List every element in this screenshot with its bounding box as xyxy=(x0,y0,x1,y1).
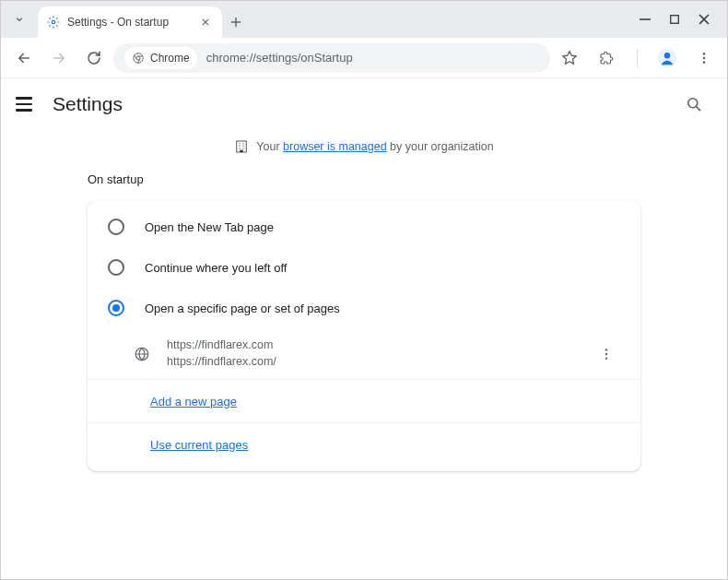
startup-card: Open the New Tab page Continue where you… xyxy=(88,201,640,471)
svg-point-6 xyxy=(703,53,706,55)
url-text: chrome://settings/onStartup xyxy=(206,51,353,65)
use-current-pages-link[interactable]: Use current pages xyxy=(150,438,248,452)
browser-tab[interactable]: Settings - On startup xyxy=(38,6,222,38)
startup-page-entry: https://findflarex.com https://findflare… xyxy=(88,328,640,379)
close-icon xyxy=(698,13,710,26)
radio-continue[interactable]: Continue where you left off xyxy=(88,247,640,288)
managed-prefix: Your xyxy=(256,140,283,153)
globe-icon xyxy=(134,346,150,362)
managed-link[interactable]: browser is managed xyxy=(283,140,387,153)
svg-point-13 xyxy=(605,352,607,354)
maximize-button[interactable] xyxy=(668,13,681,26)
plus-icon xyxy=(229,16,242,29)
page-more-button[interactable] xyxy=(593,340,620,368)
gear-icon xyxy=(47,16,60,29)
forward-button[interactable] xyxy=(43,42,75,74)
add-new-page-link[interactable]: Add a new page xyxy=(150,395,237,408)
tab-title: Settings - On startup xyxy=(67,16,191,29)
bookmark-button[interactable] xyxy=(554,42,585,74)
puzzle-icon xyxy=(598,50,615,66)
radio-icon xyxy=(108,219,124,235)
minimize-button[interactable] xyxy=(639,13,652,26)
close-icon xyxy=(201,18,210,27)
chevron-down-icon xyxy=(14,14,25,25)
radio-label: Open a specific page or set of pages xyxy=(145,302,340,315)
minimize-icon xyxy=(639,13,652,26)
section-title: On startup xyxy=(88,172,727,186)
maximize-icon xyxy=(669,14,680,25)
chrome-icon xyxy=(132,52,145,65)
arrow-left-icon xyxy=(16,50,32,66)
radio-new-tab[interactable]: Open the New Tab page xyxy=(88,207,640,247)
omnibox[interactable]: Chrome chrome://settings/onStartup xyxy=(113,43,550,73)
new-tab-button[interactable] xyxy=(222,6,250,38)
svg-point-5 xyxy=(664,53,670,58)
person-icon xyxy=(657,48,677,68)
arrow-right-icon xyxy=(51,50,67,66)
close-tab-button[interactable] xyxy=(198,15,213,30)
page-title: Settings xyxy=(53,93,123,115)
radio-icon xyxy=(108,300,124,316)
chrome-chip-label: Chrome xyxy=(150,52,190,65)
extensions-button[interactable] xyxy=(591,42,622,74)
kebab-icon xyxy=(599,347,614,361)
profile-button[interactable] xyxy=(652,42,683,74)
startup-page-url: https://findflarex.com/ xyxy=(167,354,576,371)
search-settings-button[interactable] xyxy=(675,86,712,123)
divider xyxy=(628,42,646,74)
svg-point-0 xyxy=(52,20,55,24)
svg-point-12 xyxy=(605,349,607,350)
search-icon xyxy=(685,95,703,113)
managed-banner: Your browser is managed by your organiza… xyxy=(1,130,727,163)
tab-search-dropdown[interactable] xyxy=(1,1,38,38)
back-button[interactable] xyxy=(8,42,40,74)
svg-rect-1 xyxy=(671,16,679,24)
building-icon xyxy=(234,139,249,154)
svg-point-8 xyxy=(703,61,706,64)
reload-button[interactable] xyxy=(78,42,110,74)
startup-page-title: https://findflarex.com xyxy=(167,337,576,354)
chrome-chip: Chrome xyxy=(124,47,197,69)
svg-point-7 xyxy=(703,56,706,59)
reload-icon xyxy=(86,50,102,66)
radio-label: Continue where you left off xyxy=(145,261,287,275)
kebab-icon xyxy=(697,51,711,65)
radio-label: Open the New Tab page xyxy=(145,220,274,234)
svg-point-14 xyxy=(605,357,607,359)
settings-menu-button[interactable] xyxy=(16,93,38,115)
close-window-button[interactable] xyxy=(698,13,710,26)
radio-icon xyxy=(108,259,124,276)
radio-specific-pages[interactable]: Open a specific page or set of pages xyxy=(88,288,640,328)
managed-suffix: by your organization xyxy=(387,140,494,153)
menu-button[interactable] xyxy=(688,42,720,74)
star-icon xyxy=(561,50,578,66)
